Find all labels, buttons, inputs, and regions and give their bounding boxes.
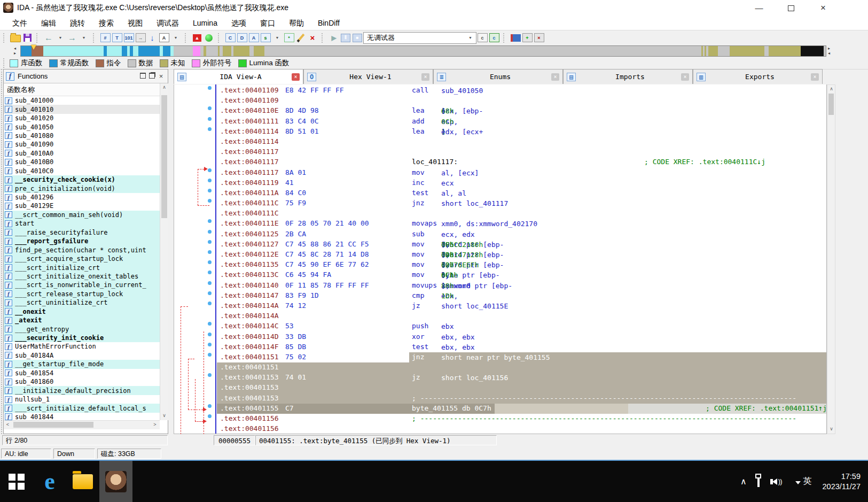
disassembly-line[interactable]: .text:00401109: [217, 96, 827, 106]
tab-ida-view-a[interactable]: ▤IDA View-A×: [174, 69, 303, 84]
disassembly-line[interactable]: .text:0040114A: [217, 311, 827, 321]
disassembly-line[interactable]: .text:0040110E8D 4D 98leaecx, [ebp-68h]: [217, 106, 827, 116]
tray-expand-icon[interactable]: ∧: [740, 476, 747, 486]
disassembly-line[interactable]: .text:0040111183 C4 0Caddesp, 0Ch: [217, 117, 827, 127]
function-list-item[interactable]: fsub_401090: [4, 140, 160, 149]
disassembly-line[interactable]: .text:0040111E0F 28 05 70 21 40 00movaps…: [217, 219, 827, 229]
menu-item-BinDiff[interactable]: BinDiff: [311, 17, 347, 29]
tab-imports[interactable]: ▤Imports×: [563, 69, 693, 84]
disassembly-line[interactable]: .text:004011178A 01moval, [ecx]: [217, 168, 827, 178]
function-list-item[interactable]: fsub_40184A: [4, 351, 160, 360]
disassembly-line[interactable]: .text:0040111941incecx: [217, 178, 827, 188]
disassembly-line[interactable]: .text:004011148D 51 01leaedx, [ecx+1]: [217, 127, 827, 137]
function-list-item[interactable]: f___scrt_acquire_startup_lock: [4, 254, 160, 263]
ascii-string-button[interactable]: A: [159, 33, 169, 43]
tab-exports[interactable]: ▥Exports×: [693, 69, 823, 84]
menu-item-视图[interactable]: 视图: [121, 17, 150, 29]
make-name-button[interactable]: A: [248, 33, 259, 43]
scroll-up-icon[interactable]: ∧: [160, 84, 168, 90]
ascii-dropdown[interactable]: ▼: [170, 33, 181, 43]
disassembly-line[interactable]: .text:00401117loc_401117:; CODE XREF: .t…: [217, 157, 827, 167]
navigate-back-button[interactable]: ←: [43, 33, 54, 43]
function-list-item[interactable]: ffind_pe_section(uchar * const,uint: [4, 245, 160, 254]
menu-item-文件[interactable]: 文件: [5, 17, 34, 29]
patch-button[interactable]: *: [284, 33, 294, 43]
edit-button[interactable]: [295, 33, 306, 43]
make-data-button[interactable]: D: [237, 33, 247, 43]
function-list-item[interactable]: f___scrt_is_nonwritable_in_current_: [4, 281, 160, 289]
tab-close-icon[interactable]: ×: [811, 73, 819, 81]
function-list-item[interactable]: f___get_entropy: [4, 325, 160, 333]
navigate-forward-button[interactable]: →: [67, 33, 77, 43]
band-left-arrow2-icon[interactable]: ▸: [14, 51, 16, 56]
disassembly-line[interactable]: .text:0040112EC7 45 8C 28 71 14 D8movdwo…: [217, 250, 827, 260]
functions-panel-titlebar[interactable]: f Functions ×: [4, 69, 168, 83]
menu-item-调试器[interactable]: 调试器: [150, 17, 186, 29]
function-list-item[interactable]: fsub_4010A0: [4, 149, 160, 158]
function-list-item[interactable]: fsub_401020: [4, 114, 160, 122]
function-list-item[interactable]: fsub_40129E: [4, 202, 160, 210]
tab-hex-view-1[interactable]: OHex View-1×: [303, 69, 433, 84]
function-list-item[interactable]: fsub_401854: [4, 369, 160, 377]
save-button[interactable]: [22, 33, 33, 43]
disassembly-line[interactable]: .text:00401155C7byte_401155 db 0C7h; COD…: [217, 404, 827, 414]
make-string-dropdown[interactable]: ▼: [272, 33, 283, 43]
tab-close-icon[interactable]: ×: [551, 73, 559, 81]
ime-indicator[interactable]: 英: [803, 476, 812, 487]
disassembly-line[interactable]: .text:004011252B CAsubecx, edx: [217, 229, 827, 240]
function-list-item[interactable]: fsub_401010: [4, 105, 160, 113]
function-list-item[interactable]: f___scrt_initialize_onexit_tables: [4, 272, 160, 281]
disassembly-line[interactable]: .text:004011400F 11 85 78 FF FF FFmovups…: [217, 281, 827, 291]
menu-item-编辑[interactable]: 编辑: [34, 17, 63, 29]
navigation-band[interactable]: [20, 45, 826, 57]
function-list-item[interactable]: f___security_init_cookie: [4, 334, 160, 342]
navigate-back-dropdown[interactable]: ▼: [55, 33, 66, 43]
problems-button[interactable]: ▲: [192, 33, 202, 43]
disassembly-line[interactable]: .text:00401114: [217, 137, 827, 147]
disassembly-line[interactable]: .text:0040115374 01jzshort loc_401156: [217, 373, 827, 383]
disassembly-line[interactable]: .text:00401153: [217, 383, 827, 393]
disassembly-line[interactable]: .text:0040115175 02jnzshort near ptr byt…: [217, 352, 827, 362]
disassembly-line[interactable]: .text:00401156; ------------------------…: [217, 414, 827, 424]
menu-item-跳转[interactable]: 跳转: [63, 17, 92, 29]
scrollbar-thumb[interactable]: [13, 422, 93, 428]
debugger-pause-button[interactable]: Ⅱ: [340, 33, 351, 43]
minimize-button[interactable]: —: [747, 0, 771, 16]
disassembly-line[interactable]: .text:00401153; ------------------------…: [217, 393, 827, 404]
disassembly-line[interactable]: .text:00401151: [217, 362, 827, 373]
scroll-down-icon[interactable]: ∨: [160, 413, 168, 418]
function-list-item[interactable]: fsub_401000: [4, 96, 160, 105]
tab-close-icon[interactable]: ×: [681, 73, 689, 81]
search-text-button[interactable]: T: [112, 33, 122, 43]
scrollbar-thumb[interactable]: [161, 95, 167, 218]
function-list-item[interactable]: fsub_401080: [4, 132, 160, 140]
make-code-button[interactable]: C: [225, 33, 236, 43]
function-list-item[interactable]: f__security_check_cookie(x): [4, 175, 160, 184]
panel-maximize-icon[interactable]: [138, 73, 147, 80]
disassembly-line[interactable]: .text:0040111C: [217, 208, 827, 219]
ida-taskbar-icon[interactable]: [99, 461, 132, 502]
scroll-down-icon[interactable]: ∨: [827, 426, 835, 431]
function-list-item[interactable]: fsub_4010C0: [4, 167, 160, 175]
network-icon[interactable]: [757, 477, 760, 486]
menu-item-窗口[interactable]: 窗口: [253, 17, 282, 29]
function-list-item[interactable]: fsub_4010B0: [4, 158, 160, 166]
disassembly-line[interactable]: .text:0040114A74 12jzshort loc_40115E: [217, 301, 827, 311]
run-until-button[interactable]: c: [489, 33, 499, 43]
open-file-button[interactable]: [10, 33, 21, 43]
disassembly-line[interactable]: .text:00401156: [217, 424, 827, 434]
lumina-status-button[interactable]: [204, 33, 214, 43]
disassembly-line[interactable]: .text:0040114C53pushebx: [217, 321, 827, 331]
disassembly-line[interactable]: .text:00401117: [217, 147, 827, 157]
scroll-left-icon[interactable]: <: [4, 422, 12, 427]
function-list-item[interactable]: f__scrt_common_main_seh(void): [4, 211, 160, 219]
file-explorer-taskbar-icon[interactable]: [66, 461, 99, 502]
disassembly-line[interactable]: .text:00401127C7 45 88 86 21 CC F5movdwo…: [217, 240, 827, 250]
function-list-item[interactable]: f___scrt_release_startup_lock: [4, 290, 160, 298]
disassembly-line[interactable]: .text:0040114783 F9 1Dcmpecx, 1Dh: [217, 291, 827, 301]
function-list-item[interactable]: fsub_401050: [4, 122, 160, 131]
tab-close-icon[interactable]: ×: [292, 73, 300, 81]
function-list-item[interactable]: f__get_startup_file_mode: [4, 360, 160, 368]
functions-column-header[interactable]: 函数名称: [4, 83, 160, 96]
menu-item-选项[interactable]: 选项: [224, 17, 253, 29]
